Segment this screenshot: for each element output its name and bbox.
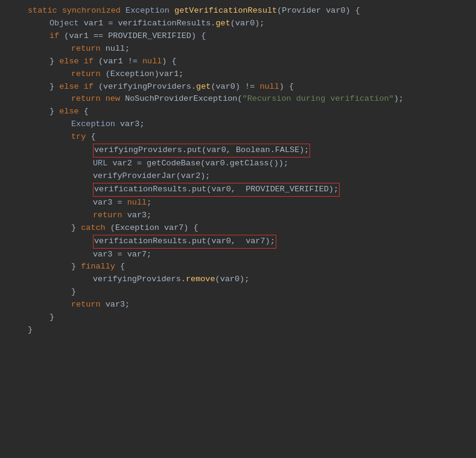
highlighted-code: verifyingProviders.put(var0, Boolean.FAL…	[93, 144, 310, 157]
code-token: catch	[81, 223, 106, 232]
code-token: var3 = var7;	[93, 250, 151, 259]
code-token: var1 = verificationResults.	[79, 19, 216, 28]
code-token: else if	[59, 57, 94, 66]
code-line: } else if (var1 != null) {	[0, 56, 476, 68]
code-token: finally	[81, 262, 115, 271]
code-line: } finally {	[0, 261, 476, 273]
code-token: var2 = getCodeBase(var0.getClass());	[107, 159, 288, 168]
line-content: } finally {	[71, 261, 125, 273]
code-token: Exception	[71, 119, 115, 129]
code-token: return	[71, 44, 101, 53]
code-line: } else {	[0, 106, 476, 118]
code-token: if	[49, 31, 59, 40]
code-line: verifyingProviders.remove(var0);	[0, 273, 476, 286]
line-content: return new NoSuchProviderException("Recu…	[71, 93, 404, 106]
code-token: null	[142, 57, 162, 66]
line-content: return var3;	[93, 209, 151, 222]
code-token: var3;	[115, 119, 145, 129]
line-content: static synchronized Exception getVerific…	[28, 5, 360, 17]
code-token: new	[106, 94, 120, 103]
code-token: Object	[49, 19, 79, 28]
code-line: Exception var3;	[0, 118, 476, 131]
code-line: } else if (verifyingProviders.get(var0) …	[0, 81, 476, 94]
code-token: getVerificationResult	[174, 6, 277, 15]
code-token: }	[49, 107, 59, 116]
code-token: (Exception var7) {	[106, 223, 198, 232]
code-token: }	[49, 57, 59, 66]
code-line: return null;	[0, 43, 476, 56]
code-token: (verifyingProviders.	[94, 82, 196, 91]
code-line: verificationResults.put(var0, PROVIDER_V…	[0, 183, 476, 197]
code-token: return	[71, 69, 101, 78]
code-token	[101, 94, 106, 103]
code-line: verifyingProviders.put(var0, Boolean.FAL…	[0, 144, 476, 157]
code-token: (var0);	[230, 19, 265, 28]
code-line: }	[0, 286, 476, 299]
line-content: return null;	[71, 43, 130, 56]
line-content: } else {	[49, 106, 89, 118]
code-token: "Recursion during verification"	[243, 94, 394, 103]
line-content: var3 = var7;	[93, 249, 151, 261]
code-viewer: static synchronized Exception getVerific…	[0, 0, 476, 342]
code-token: URL	[93, 159, 107, 168]
code-token: else if	[59, 82, 94, 91]
code-token: verifyProviderJar(var2);	[93, 171, 210, 180]
code-token: null	[259, 82, 279, 91]
code-token: ;	[147, 198, 151, 207]
line-content: URL var2 = getCodeBase(var0.getClass());	[93, 157, 288, 170]
code-token: );	[394, 94, 404, 103]
code-token: {	[86, 132, 95, 141]
code-token: }	[71, 223, 81, 232]
line-content: Object var1 = verificationResults.get(va…	[49, 17, 264, 30]
code-token: (var1 !=	[94, 57, 142, 66]
highlighted-code: verificationResults.put(var0, PROVIDER_V…	[93, 183, 340, 197]
code-token: }	[28, 325, 33, 334]
code-token: remove	[186, 275, 215, 284]
code-token: {	[115, 262, 125, 271]
code-token: null;	[101, 44, 130, 53]
code-token: NoSuchProviderException(	[120, 94, 243, 103]
code-line: return var3;	[0, 209, 476, 222]
code-token: synchronized	[62, 6, 125, 15]
code-token: Exception	[125, 6, 174, 15]
code-token: (var1 == PROVIDER_VERIFIED) {	[59, 31, 206, 40]
code-line: }	[0, 324, 476, 337]
code-line: } catch (Exception var7) {	[0, 222, 476, 235]
code-token: }	[71, 287, 76, 296]
code-token: try	[71, 132, 86, 141]
line-content: verifyProviderJar(var2);	[93, 170, 210, 183]
code-line: try {	[0, 131, 476, 144]
line-content: }	[71, 286, 76, 299]
code-line: return var3;	[0, 299, 476, 311]
code-token: get	[215, 19, 230, 28]
code-token: }	[71, 262, 81, 271]
highlighted-code: verificationResults.put(var0, var7);	[93, 235, 276, 249]
code-line: static synchronized Exception getVerific…	[0, 5, 476, 17]
code-token: return	[71, 94, 101, 103]
code-token: (var0) !=	[211, 82, 259, 91]
line-content: } catch (Exception var7) {	[71, 222, 198, 235]
code-token: ) {	[162, 57, 176, 66]
code-line: return (Exception)var1;	[0, 68, 476, 81]
code-token: (var0);	[215, 275, 250, 284]
line-content: verifyingProviders.remove(var0);	[93, 273, 249, 286]
line-content: verifyingProviders.put(var0, Boolean.FAL…	[93, 144, 310, 157]
line-content: Exception var3;	[71, 118, 145, 131]
code-line: verificationResults.put(var0, var7);	[0, 235, 476, 249]
code-token: }	[49, 82, 59, 91]
code-token: (Provider var0) {	[277, 6, 360, 15]
line-content: }	[28, 324, 33, 337]
code-token: static	[28, 6, 62, 15]
line-content: } else if (verifyingProviders.get(var0) …	[49, 81, 294, 94]
line-content: }	[49, 311, 54, 324]
code-line: verifyProviderJar(var2);	[0, 170, 476, 183]
code-token: verifyingProviders.	[93, 275, 186, 284]
code-token: return	[71, 300, 101, 309]
code-line: return new NoSuchProviderException("Recu…	[0, 93, 476, 106]
code-token: get	[196, 82, 211, 91]
code-token: var3;	[101, 300, 130, 309]
code-line: URL var2 = getCodeBase(var0.getClass());	[0, 157, 476, 170]
code-line: }	[0, 311, 476, 324]
code-token: var3;	[122, 211, 152, 220]
line-content: return var3;	[71, 299, 130, 311]
